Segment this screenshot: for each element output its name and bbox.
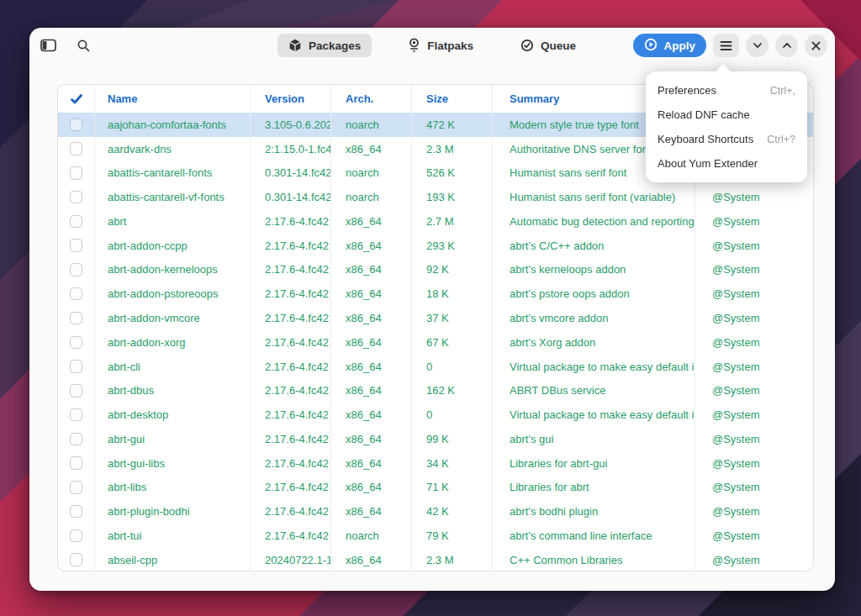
- menu-item-reload-dnf-cache[interactable]: Reload DNF cache: [650, 103, 803, 127]
- row-checkbox[interactable]: [70, 336, 83, 350]
- cell-arch: x86_64: [331, 403, 412, 427]
- header-left-group: [37, 34, 94, 56]
- cell-arch: noarch: [331, 185, 412, 209]
- column-header-name[interactable]: Name: [95, 85, 251, 113]
- table-row[interactable]: abrt-addon-xorg2.17.6-4.fc42x86_6467 Kab…: [58, 330, 813, 355]
- row-checkbox-cell: [58, 306, 95, 330]
- cell-name: abrt-desktop: [95, 403, 251, 427]
- table-row[interactable]: abrt2.17.6-4.fc42x86_642.7 MAutomatic bu…: [58, 209, 813, 234]
- cell-size: 193 K: [412, 185, 493, 209]
- sidebar-toggle-button[interactable]: [37, 34, 59, 56]
- cell-arch: noarch: [331, 524, 412, 548]
- cell-summary: Virtual package to make easy default ins…: [493, 403, 695, 427]
- cell-name: abrt-gui-libs: [95, 451, 251, 476]
- cell-summary: ABRT DBus service: [493, 378, 695, 403]
- row-checkbox-cell: [58, 427, 95, 451]
- cell-name: abrt-addon-xorg: [95, 330, 251, 355]
- cell-arch: x86_64: [331, 209, 412, 234]
- cell-name: abrt-libs: [95, 475, 251, 499]
- table-row[interactable]: abrt-gui-libs2.17.6-4.fc42x86_6434 KLibr…: [58, 451, 813, 476]
- row-checkbox[interactable]: [70, 191, 83, 204]
- tab-label: Queue: [541, 39, 576, 52]
- cell-summary: Automatic bug detection and reporting to…: [493, 209, 695, 234]
- sidebar-toggle-icon: [40, 39, 56, 52]
- row-checkbox[interactable]: [70, 287, 83, 301]
- table-row[interactable]: abseil-cpp20240722.1-1x86_642.3 MC++ Com…: [58, 548, 813, 571]
- menu-item-keyboard-shortcuts[interactable]: Keyboard ShortcutsCtrl+?: [650, 127, 803, 151]
- cell-version: 3.105-0.6.202: [251, 113, 331, 137]
- table-row[interactable]: abrt-addon-kerneloops2.17.6-4.fc42x86_64…: [58, 258, 813, 282]
- chevron-up-button[interactable]: [775, 34, 798, 57]
- row-checkbox[interactable]: [70, 166, 83, 180]
- column-header-version[interactable]: Version: [251, 85, 331, 113]
- row-checkbox-cell: [58, 258, 95, 282]
- select-all-header[interactable]: [58, 85, 95, 113]
- table-row[interactable]: abrt-gui2.17.6-4.fc42x86_6499 Kabrt's gu…: [58, 427, 813, 451]
- cell-version: 2.17.6-4.fc42: [251, 282, 331, 306]
- column-header-arch[interactable]: Arch.: [331, 85, 412, 113]
- tab-flatpaks[interactable]: Flatpaks: [397, 34, 484, 57]
- cell-name: abrt-addon-vmcore: [95, 306, 251, 330]
- row-checkbox-cell: [58, 403, 95, 427]
- table-row[interactable]: abrt-addon-pstoreoops2.17.6-4.fc42x86_64…: [58, 282, 813, 306]
- cell-repo: @System: [695, 524, 813, 548]
- cell-version: 2.17.6-4.fc42: [251, 451, 331, 476]
- cell-version: 2.17.6-4.fc42: [251, 378, 331, 403]
- row-checkbox[interactable]: [70, 118, 83, 132]
- cell-size: 67 K: [412, 330, 493, 355]
- cell-version: 2:1.15.0-1.fc4: [251, 137, 331, 161]
- table-row[interactable]: abrt-dbus2.17.6-4.fc42x86_64162 KABRT DB…: [58, 378, 813, 403]
- tab-packages[interactable]: Packages: [277, 34, 372, 57]
- row-checkbox[interactable]: [70, 239, 83, 252]
- row-checkbox[interactable]: [70, 263, 83, 276]
- cell-version: 2.17.6-4.fc42: [251, 355, 331, 379]
- row-checkbox[interactable]: [70, 312, 83, 325]
- cell-arch: x86_64: [331, 548, 412, 571]
- header-right-group: Apply: [633, 34, 827, 57]
- row-checkbox[interactable]: [70, 215, 83, 229]
- table-row[interactable]: abrt-cli2.17.6-4.fc42x86_640Virtual pack…: [58, 355, 813, 379]
- cell-arch: x86_64: [331, 378, 412, 403]
- row-checkbox[interactable]: [70, 456, 83, 470]
- cell-version: 2.17.6-4.fc42: [251, 499, 331, 524]
- row-checkbox[interactable]: [70, 360, 83, 373]
- row-checkbox[interactable]: [70, 433, 83, 446]
- search-button[interactable]: [72, 34, 94, 56]
- row-checkbox[interactable]: [70, 408, 83, 422]
- row-checkbox[interactable]: [70, 142, 83, 155]
- close-icon: [811, 40, 821, 51]
- cell-repo: @System: [695, 185, 813, 209]
- cell-version: 20240722.1-1: [251, 548, 331, 571]
- chevron-down-button[interactable]: [746, 34, 769, 57]
- row-checkbox[interactable]: [70, 505, 83, 519]
- table-row[interactable]: abrt-addon-ccpp2.17.6-4.fc42x86_64293 Ka…: [58, 234, 813, 258]
- row-checkbox[interactable]: [70, 481, 83, 494]
- menu-item-preferences[interactable]: PreferencesCtrl+,: [650, 78, 803, 103]
- cell-version: 0.301-14.fc42: [251, 161, 331, 186]
- close-button[interactable]: [805, 34, 827, 57]
- table-row[interactable]: abattis-cantarell-vf-fonts0.301-14.fc42n…: [58, 185, 813, 209]
- row-checkbox-cell: [58, 475, 95, 499]
- row-checkbox[interactable]: [70, 529, 83, 543]
- column-header-size[interactable]: Size: [412, 85, 493, 113]
- search-icon: [77, 39, 91, 53]
- tab-queue[interactable]: Queue: [510, 34, 587, 57]
- table-row[interactable]: abrt-plugin-bodhi2.17.6-4.fc42x86_6442 K…: [58, 499, 813, 524]
- cell-size: 99 K: [412, 427, 493, 451]
- table-row[interactable]: abrt-addon-vmcore2.17.6-4.fc42x86_6437 K…: [58, 306, 813, 330]
- main-menu-button[interactable]: [713, 34, 739, 57]
- row-checkbox-cell: [58, 451, 95, 476]
- cell-summary: Virtual package to make easy default ins…: [493, 355, 695, 379]
- table-row[interactable]: abrt-tui2.17.6-4.fc42noarch79 Kabrt's co…: [58, 524, 813, 548]
- cell-summary: abrt's pstore oops addon: [493, 282, 695, 306]
- table-row[interactable]: abrt-desktop2.17.6-4.fc42x86_640Virtual …: [58, 403, 813, 427]
- apply-button[interactable]: Apply: [633, 34, 706, 57]
- cell-arch: x86_64: [331, 475, 412, 499]
- row-checkbox[interactable]: [70, 384, 83, 398]
- cell-size: 79 K: [412, 524, 493, 548]
- row-checkbox-cell: [58, 548, 95, 571]
- menu-item-about-yum-extender[interactable]: About Yum Extender: [650, 151, 803, 176]
- row-checkbox[interactable]: [70, 553, 83, 566]
- cell-size: 472 K: [412, 113, 493, 137]
- table-row[interactable]: abrt-libs2.17.6-4.fc42x86_6471 KLibrarie…: [58, 475, 813, 499]
